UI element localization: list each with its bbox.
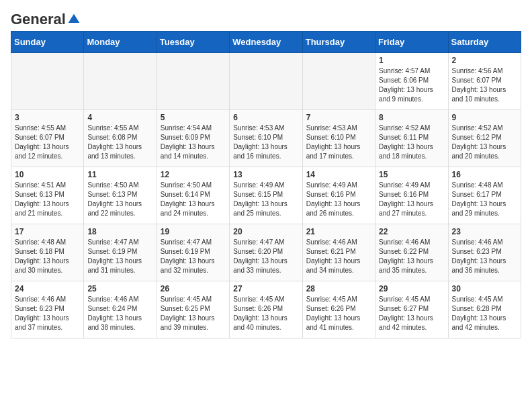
- calendar-cell: 7Sunrise: 4:53 AM Sunset: 6:10 PM Daylig…: [302, 110, 375, 167]
- calendar-cell: 24Sunrise: 4:46 AM Sunset: 6:23 PM Dayli…: [11, 281, 84, 338]
- day-number: 1: [379, 56, 444, 65]
- calendar-cell: 16Sunrise: 4:48 AM Sunset: 6:17 PM Dayli…: [448, 167, 521, 224]
- day-number: 22: [379, 227, 444, 236]
- day-number: 20: [233, 227, 298, 236]
- calendar-cell: 21Sunrise: 4:46 AM Sunset: 6:21 PM Dayli…: [302, 224, 375, 281]
- day-info: Sunrise: 4:47 AM Sunset: 6:19 PM Dayligh…: [87, 238, 152, 275]
- day-number: 28: [306, 284, 371, 293]
- calendar-cell: [11, 53, 84, 110]
- calendar-cell: [230, 53, 302, 110]
- calendar-cell: 8Sunrise: 4:52 AM Sunset: 6:11 PM Daylig…: [375, 110, 448, 167]
- day-number: 29: [379, 284, 444, 293]
- calendar-header-friday: Friday: [375, 32, 448, 53]
- logo: General: [11, 11, 81, 24]
- calendar-cell: 26Sunrise: 4:45 AM Sunset: 6:25 PM Dayli…: [157, 281, 229, 338]
- calendar-cell: 13Sunrise: 4:49 AM Sunset: 6:15 PM Dayli…: [230, 167, 302, 224]
- calendar-header-row: SundayMondayTuesdayWednesdayThursdayFrid…: [11, 32, 521, 53]
- calendar-header-saturday: Saturday: [448, 32, 521, 53]
- day-info: Sunrise: 4:54 AM Sunset: 6:09 PM Dayligh…: [161, 124, 226, 161]
- calendar-cell: 25Sunrise: 4:46 AM Sunset: 6:24 PM Dayli…: [84, 281, 157, 338]
- page-header: General: [11, 11, 521, 24]
- day-number: 25: [87, 284, 152, 293]
- day-number: 12: [161, 170, 226, 179]
- calendar-header-sunday: Sunday: [11, 32, 84, 53]
- day-number: 23: [452, 227, 517, 236]
- day-number: 26: [161, 284, 226, 293]
- day-number: 14: [306, 170, 371, 179]
- day-number: 3: [15, 113, 80, 122]
- day-info: Sunrise: 4:45 AM Sunset: 6:28 PM Dayligh…: [452, 295, 517, 332]
- calendar-cell: 5Sunrise: 4:54 AM Sunset: 6:09 PM Daylig…: [157, 110, 229, 167]
- calendar-cell: 27Sunrise: 4:45 AM Sunset: 6:26 PM Dayli…: [230, 281, 302, 338]
- day-info: Sunrise: 4:49 AM Sunset: 6:16 PM Dayligh…: [306, 181, 371, 218]
- day-number: 8: [379, 113, 444, 122]
- calendar-header-tuesday: Tuesday: [157, 32, 229, 53]
- calendar-cell: [157, 53, 229, 110]
- calendar-cell: 9Sunrise: 4:52 AM Sunset: 6:12 PM Daylig…: [448, 110, 521, 167]
- day-info: Sunrise: 4:53 AM Sunset: 6:10 PM Dayligh…: [233, 124, 298, 161]
- calendar-cell: 22Sunrise: 4:46 AM Sunset: 6:22 PM Dayli…: [375, 224, 448, 281]
- day-info: Sunrise: 4:46 AM Sunset: 6:23 PM Dayligh…: [15, 295, 80, 332]
- day-number: 19: [161, 227, 226, 236]
- calendar-cell: 4Sunrise: 4:55 AM Sunset: 6:08 PM Daylig…: [84, 110, 157, 167]
- calendar-cell: 23Sunrise: 4:46 AM Sunset: 6:23 PM Dayli…: [448, 224, 521, 281]
- calendar-cell: 20Sunrise: 4:47 AM Sunset: 6:20 PM Dayli…: [230, 224, 302, 281]
- day-info: Sunrise: 4:56 AM Sunset: 6:07 PM Dayligh…: [452, 66, 517, 104]
- calendar-week-4: 17Sunrise: 4:48 AM Sunset: 6:18 PM Dayli…: [11, 224, 521, 281]
- day-info: Sunrise: 4:50 AM Sunset: 6:13 PM Dayligh…: [87, 181, 152, 218]
- day-number: 4: [87, 113, 152, 122]
- day-number: 17: [15, 227, 80, 236]
- day-info: Sunrise: 4:46 AM Sunset: 6:22 PM Dayligh…: [379, 238, 444, 275]
- day-info: Sunrise: 4:45 AM Sunset: 6:27 PM Dayligh…: [379, 295, 444, 332]
- day-number: 27: [233, 284, 298, 293]
- day-info: Sunrise: 4:50 AM Sunset: 6:14 PM Dayligh…: [161, 181, 226, 218]
- calendar-cell: 17Sunrise: 4:48 AM Sunset: 6:18 PM Dayli…: [11, 224, 84, 281]
- day-number: 15: [379, 170, 444, 179]
- day-number: 11: [87, 170, 152, 179]
- svg-marker-0: [69, 14, 80, 23]
- day-info: Sunrise: 4:55 AM Sunset: 6:08 PM Dayligh…: [87, 124, 152, 161]
- day-info: Sunrise: 4:48 AM Sunset: 6:18 PM Dayligh…: [15, 238, 80, 275]
- calendar-header-monday: Monday: [84, 32, 157, 53]
- day-info: Sunrise: 4:49 AM Sunset: 6:15 PM Dayligh…: [233, 181, 298, 218]
- day-number: 13: [233, 170, 298, 179]
- day-info: Sunrise: 4:45 AM Sunset: 6:25 PM Dayligh…: [161, 295, 226, 332]
- calendar-cell: 3Sunrise: 4:55 AM Sunset: 6:07 PM Daylig…: [11, 110, 84, 167]
- day-info: Sunrise: 4:46 AM Sunset: 6:21 PM Dayligh…: [306, 238, 371, 275]
- day-number: 18: [87, 227, 152, 236]
- day-number: 24: [15, 284, 80, 293]
- calendar-cell: 30Sunrise: 4:45 AM Sunset: 6:28 PM Dayli…: [448, 281, 521, 338]
- day-info: Sunrise: 4:47 AM Sunset: 6:20 PM Dayligh…: [233, 238, 298, 275]
- calendar-week-1: 1Sunrise: 4:57 AM Sunset: 6:06 PM Daylig…: [11, 53, 521, 110]
- calendar-cell: [84, 53, 157, 110]
- calendar-week-5: 24Sunrise: 4:46 AM Sunset: 6:23 PM Dayli…: [11, 281, 521, 338]
- day-number: 10: [15, 170, 80, 179]
- calendar-header-thursday: Thursday: [302, 32, 375, 53]
- day-info: Sunrise: 4:52 AM Sunset: 6:12 PM Dayligh…: [452, 124, 517, 161]
- calendar-week-3: 10Sunrise: 4:51 AM Sunset: 6:13 PM Dayli…: [11, 167, 521, 224]
- calendar-cell: 6Sunrise: 4:53 AM Sunset: 6:10 PM Daylig…: [230, 110, 302, 167]
- day-number: 16: [452, 170, 517, 179]
- day-info: Sunrise: 4:49 AM Sunset: 6:16 PM Dayligh…: [379, 181, 444, 218]
- day-info: Sunrise: 4:53 AM Sunset: 6:10 PM Dayligh…: [306, 124, 371, 161]
- day-number: 30: [452, 284, 517, 293]
- logo-icon: [67, 13, 81, 26]
- day-info: Sunrise: 4:55 AM Sunset: 6:07 PM Dayligh…: [15, 124, 80, 161]
- calendar-header-wednesday: Wednesday: [230, 32, 302, 53]
- calendar-cell: 28Sunrise: 4:45 AM Sunset: 6:26 PM Dayli…: [302, 281, 375, 338]
- day-info: Sunrise: 4:46 AM Sunset: 6:24 PM Dayligh…: [87, 295, 152, 332]
- calendar: SundayMondayTuesdayWednesdayThursdayFrid…: [11, 31, 521, 338]
- calendar-cell: 19Sunrise: 4:47 AM Sunset: 6:19 PM Dayli…: [157, 224, 229, 281]
- day-info: Sunrise: 4:48 AM Sunset: 6:17 PM Dayligh…: [452, 181, 517, 218]
- day-info: Sunrise: 4:57 AM Sunset: 6:06 PM Dayligh…: [379, 66, 444, 104]
- calendar-cell: 10Sunrise: 4:51 AM Sunset: 6:13 PM Dayli…: [11, 167, 84, 224]
- calendar-cell: 14Sunrise: 4:49 AM Sunset: 6:16 PM Dayli…: [302, 167, 375, 224]
- day-info: Sunrise: 4:45 AM Sunset: 6:26 PM Dayligh…: [233, 295, 298, 332]
- day-number: 2: [452, 56, 517, 65]
- logo-general: General: [11, 11, 66, 28]
- day-number: 21: [306, 227, 371, 236]
- calendar-cell: 15Sunrise: 4:49 AM Sunset: 6:16 PM Dayli…: [375, 167, 448, 224]
- day-info: Sunrise: 4:45 AM Sunset: 6:26 PM Dayligh…: [306, 295, 371, 332]
- day-info: Sunrise: 4:47 AM Sunset: 6:19 PM Dayligh…: [161, 238, 226, 275]
- day-number: 5: [161, 113, 226, 122]
